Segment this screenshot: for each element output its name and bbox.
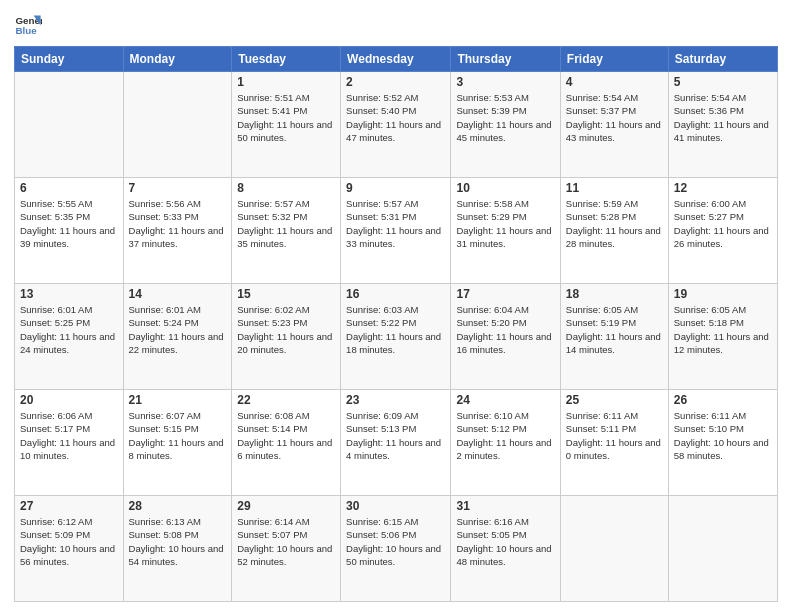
day-info: Sunrise: 6:11 AM Sunset: 5:11 PM Dayligh… <box>566 409 663 462</box>
day-number: 19 <box>674 287 772 301</box>
day-cell: 28Sunrise: 6:13 AM Sunset: 5:08 PM Dayli… <box>123 496 232 602</box>
day-number: 17 <box>456 287 554 301</box>
day-cell: 26Sunrise: 6:11 AM Sunset: 5:10 PM Dayli… <box>668 390 777 496</box>
day-cell: 2Sunrise: 5:52 AM Sunset: 5:40 PM Daylig… <box>341 72 451 178</box>
svg-text:Blue: Blue <box>15 25 37 36</box>
day-number: 22 <box>237 393 335 407</box>
day-info: Sunrise: 6:03 AM Sunset: 5:22 PM Dayligh… <box>346 303 445 356</box>
day-cell <box>123 72 232 178</box>
day-info: Sunrise: 6:14 AM Sunset: 5:07 PM Dayligh… <box>237 515 335 568</box>
day-info: Sunrise: 5:56 AM Sunset: 5:33 PM Dayligh… <box>129 197 227 250</box>
day-info: Sunrise: 6:13 AM Sunset: 5:08 PM Dayligh… <box>129 515 227 568</box>
day-info: Sunrise: 6:04 AM Sunset: 5:20 PM Dayligh… <box>456 303 554 356</box>
day-number: 18 <box>566 287 663 301</box>
calendar-body: 1Sunrise: 5:51 AM Sunset: 5:41 PM Daylig… <box>15 72 778 602</box>
day-info: Sunrise: 5:59 AM Sunset: 5:28 PM Dayligh… <box>566 197 663 250</box>
day-cell: 13Sunrise: 6:01 AM Sunset: 5:25 PM Dayli… <box>15 284 124 390</box>
day-number: 14 <box>129 287 227 301</box>
day-info: Sunrise: 6:02 AM Sunset: 5:23 PM Dayligh… <box>237 303 335 356</box>
day-info: Sunrise: 6:10 AM Sunset: 5:12 PM Dayligh… <box>456 409 554 462</box>
day-info: Sunrise: 6:01 AM Sunset: 5:25 PM Dayligh… <box>20 303 118 356</box>
day-cell: 7Sunrise: 5:56 AM Sunset: 5:33 PM Daylig… <box>123 178 232 284</box>
week-row-2: 6Sunrise: 5:55 AM Sunset: 5:35 PM Daylig… <box>15 178 778 284</box>
day-cell: 19Sunrise: 6:05 AM Sunset: 5:18 PM Dayli… <box>668 284 777 390</box>
day-cell: 20Sunrise: 6:06 AM Sunset: 5:17 PM Dayli… <box>15 390 124 496</box>
day-number: 27 <box>20 499 118 513</box>
day-number: 30 <box>346 499 445 513</box>
calendar-container: General Blue SundayMondayTuesdayWednesda… <box>0 0 792 612</box>
weekday-monday: Monday <box>123 47 232 72</box>
day-cell: 30Sunrise: 6:15 AM Sunset: 5:06 PM Dayli… <box>341 496 451 602</box>
day-number: 31 <box>456 499 554 513</box>
day-number: 29 <box>237 499 335 513</box>
day-cell: 17Sunrise: 6:04 AM Sunset: 5:20 PM Dayli… <box>451 284 560 390</box>
day-info: Sunrise: 6:07 AM Sunset: 5:15 PM Dayligh… <box>129 409 227 462</box>
day-cell: 31Sunrise: 6:16 AM Sunset: 5:05 PM Dayli… <box>451 496 560 602</box>
day-number: 15 <box>237 287 335 301</box>
day-cell: 9Sunrise: 5:57 AM Sunset: 5:31 PM Daylig… <box>341 178 451 284</box>
day-number: 4 <box>566 75 663 89</box>
day-number: 26 <box>674 393 772 407</box>
weekday-saturday: Saturday <box>668 47 777 72</box>
day-cell: 3Sunrise: 5:53 AM Sunset: 5:39 PM Daylig… <box>451 72 560 178</box>
day-number: 2 <box>346 75 445 89</box>
day-info: Sunrise: 6:12 AM Sunset: 5:09 PM Dayligh… <box>20 515 118 568</box>
day-cell: 29Sunrise: 6:14 AM Sunset: 5:07 PM Dayli… <box>232 496 341 602</box>
day-number: 21 <box>129 393 227 407</box>
day-info: Sunrise: 6:11 AM Sunset: 5:10 PM Dayligh… <box>674 409 772 462</box>
day-cell: 4Sunrise: 5:54 AM Sunset: 5:37 PM Daylig… <box>560 72 668 178</box>
weekday-friday: Friday <box>560 47 668 72</box>
day-number: 1 <box>237 75 335 89</box>
day-cell: 23Sunrise: 6:09 AM Sunset: 5:13 PM Dayli… <box>341 390 451 496</box>
day-number: 7 <box>129 181 227 195</box>
day-cell: 21Sunrise: 6:07 AM Sunset: 5:15 PM Dayli… <box>123 390 232 496</box>
logo: General Blue <box>14 10 42 38</box>
day-cell <box>668 496 777 602</box>
day-cell <box>15 72 124 178</box>
day-info: Sunrise: 5:51 AM Sunset: 5:41 PM Dayligh… <box>237 91 335 144</box>
day-info: Sunrise: 6:09 AM Sunset: 5:13 PM Dayligh… <box>346 409 445 462</box>
day-info: Sunrise: 5:54 AM Sunset: 5:36 PM Dayligh… <box>674 91 772 144</box>
day-info: Sunrise: 6:16 AM Sunset: 5:05 PM Dayligh… <box>456 515 554 568</box>
weekday-tuesday: Tuesday <box>232 47 341 72</box>
day-cell: 24Sunrise: 6:10 AM Sunset: 5:12 PM Dayli… <box>451 390 560 496</box>
day-cell: 18Sunrise: 6:05 AM Sunset: 5:19 PM Dayli… <box>560 284 668 390</box>
day-cell: 25Sunrise: 6:11 AM Sunset: 5:11 PM Dayli… <box>560 390 668 496</box>
day-info: Sunrise: 6:15 AM Sunset: 5:06 PM Dayligh… <box>346 515 445 568</box>
day-cell: 12Sunrise: 6:00 AM Sunset: 5:27 PM Dayli… <box>668 178 777 284</box>
week-row-1: 1Sunrise: 5:51 AM Sunset: 5:41 PM Daylig… <box>15 72 778 178</box>
day-cell: 14Sunrise: 6:01 AM Sunset: 5:24 PM Dayli… <box>123 284 232 390</box>
day-number: 20 <box>20 393 118 407</box>
day-info: Sunrise: 5:58 AM Sunset: 5:29 PM Dayligh… <box>456 197 554 250</box>
day-number: 28 <box>129 499 227 513</box>
day-cell: 11Sunrise: 5:59 AM Sunset: 5:28 PM Dayli… <box>560 178 668 284</box>
day-info: Sunrise: 5:52 AM Sunset: 5:40 PM Dayligh… <box>346 91 445 144</box>
day-number: 24 <box>456 393 554 407</box>
day-number: 10 <box>456 181 554 195</box>
day-cell: 27Sunrise: 6:12 AM Sunset: 5:09 PM Dayli… <box>15 496 124 602</box>
week-row-5: 27Sunrise: 6:12 AM Sunset: 5:09 PM Dayli… <box>15 496 778 602</box>
day-info: Sunrise: 5:57 AM Sunset: 5:31 PM Dayligh… <box>346 197 445 250</box>
day-number: 16 <box>346 287 445 301</box>
day-number: 5 <box>674 75 772 89</box>
day-cell: 22Sunrise: 6:08 AM Sunset: 5:14 PM Dayli… <box>232 390 341 496</box>
day-number: 11 <box>566 181 663 195</box>
day-info: Sunrise: 5:57 AM Sunset: 5:32 PM Dayligh… <box>237 197 335 250</box>
day-number: 25 <box>566 393 663 407</box>
day-cell: 6Sunrise: 5:55 AM Sunset: 5:35 PM Daylig… <box>15 178 124 284</box>
day-cell <box>560 496 668 602</box>
day-cell: 5Sunrise: 5:54 AM Sunset: 5:36 PM Daylig… <box>668 72 777 178</box>
day-number: 8 <box>237 181 335 195</box>
day-info: Sunrise: 6:08 AM Sunset: 5:14 PM Dayligh… <box>237 409 335 462</box>
day-number: 23 <box>346 393 445 407</box>
weekday-thursday: Thursday <box>451 47 560 72</box>
week-row-4: 20Sunrise: 6:06 AM Sunset: 5:17 PM Dayli… <box>15 390 778 496</box>
weekday-header-row: SundayMondayTuesdayWednesdayThursdayFrid… <box>15 47 778 72</box>
day-number: 9 <box>346 181 445 195</box>
day-number: 6 <box>20 181 118 195</box>
day-cell: 10Sunrise: 5:58 AM Sunset: 5:29 PM Dayli… <box>451 178 560 284</box>
day-number: 13 <box>20 287 118 301</box>
day-cell: 8Sunrise: 5:57 AM Sunset: 5:32 PM Daylig… <box>232 178 341 284</box>
day-info: Sunrise: 6:06 AM Sunset: 5:17 PM Dayligh… <box>20 409 118 462</box>
day-info: Sunrise: 5:55 AM Sunset: 5:35 PM Dayligh… <box>20 197 118 250</box>
